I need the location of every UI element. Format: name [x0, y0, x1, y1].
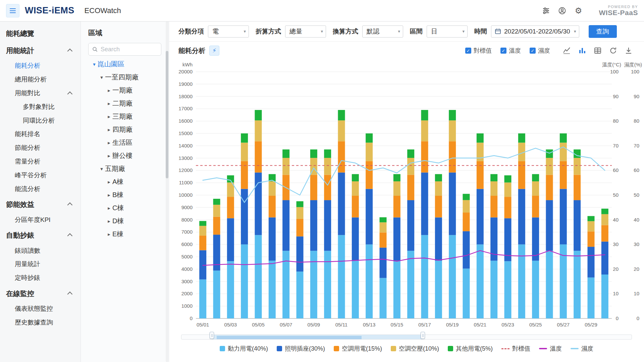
- tree-item-12[interactable]: ▸D棟: [81, 215, 169, 228]
- tree-item-1[interactable]: ▾一至四期廠: [81, 71, 169, 84]
- tree-item-label: 四期廠: [112, 125, 132, 134]
- legend-item-6[interactable]: 溫度: [539, 345, 562, 353]
- legend-item-5[interactable]: 對標值: [501, 345, 530, 353]
- data-zoom-track[interactable]: [181, 335, 632, 340]
- tree-expand-arrow-icon[interactable]: ▸: [106, 101, 112, 107]
- sidebar-item-6[interactable]: 同環比分析: [0, 114, 80, 128]
- tree-expand-arrow-icon[interactable]: ▸: [106, 218, 112, 224]
- sidebar-item-3[interactable]: 總用能分析: [0, 73, 80, 86]
- tree-item-3[interactable]: ▸二期廠: [81, 97, 169, 110]
- sidebar-item-13[interactable]: 分區年度KPI: [0, 213, 80, 227]
- tree-item-11[interactable]: ▸C棟: [81, 201, 169, 215]
- chart-header: 能耗分析 ⚡ ✓對標值✓溫度✓濕度: [169, 42, 644, 60]
- sidebar-item-12[interactable]: 節能效益: [0, 196, 80, 213]
- sidebar-item-label: 能流分析: [15, 185, 74, 193]
- toggle-2[interactable]: ✓濕度: [530, 47, 550, 55]
- download-icon[interactable]: [625, 47, 633, 55]
- tree-expand-arrow-icon[interactable]: ▸: [106, 205, 112, 211]
- data-table-icon[interactable]: [594, 47, 602, 55]
- data-zoom-left-handle[interactable]: [210, 332, 214, 339]
- tree-collapse-arrow-icon[interactable]: ▾: [98, 74, 105, 80]
- sidebar-item-4[interactable]: 用能對比: [0, 86, 80, 100]
- search-input[interactable]: [101, 46, 169, 53]
- svg-text:19000: 19000: [178, 81, 193, 87]
- sidebar-item-2[interactable]: 能耗分析: [0, 59, 80, 73]
- tree-item-5[interactable]: ▸四期廠: [81, 123, 169, 136]
- data-zoom-right-handle[interactable]: [421, 332, 425, 339]
- sidebar-item-9[interactable]: 需量分析: [0, 155, 80, 169]
- legend-item-2[interactable]: 空調用電(15%): [334, 345, 382, 353]
- data-zoom-slider[interactable]: [181, 333, 632, 341]
- adjust-sliders-icon[interactable]: [542, 6, 550, 15]
- date-range-picker[interactable]: 2022/05/01-2022/05/30 ▾: [491, 25, 579, 38]
- tree-collapse-arrow-icon[interactable]: ▾: [98, 166, 105, 172]
- sidebar-item-7[interactable]: 能耗排名: [0, 127, 80, 141]
- filter-select-3[interactable]: 日▾: [427, 25, 468, 38]
- tree-item-8[interactable]: ▾五期廠: [81, 162, 169, 175]
- line-chart-icon[interactable]: [563, 47, 571, 55]
- scrollbar-thumb[interactable]: [166, 51, 168, 178]
- tree-expand-arrow-icon[interactable]: ▸: [106, 87, 112, 94]
- sidebar-item-20[interactable]: 歷史數據查詢: [0, 316, 80, 329]
- filter-select-2[interactable]: 默認▾: [362, 25, 403, 38]
- tree-expand-arrow-icon[interactable]: ▸: [106, 179, 112, 185]
- tree-item-0[interactable]: ▾崑山園區: [81, 58, 169, 71]
- sidebar-item-label: 能耗總覽: [6, 29, 74, 38]
- filter-label-1: 折算方式: [256, 27, 281, 36]
- tree-expand-arrow-icon[interactable]: ▸: [106, 153, 112, 159]
- legend-item-7[interactable]: 濕度: [571, 345, 593, 353]
- toggle-1[interactable]: ✓溫度: [500, 47, 521, 55]
- sidebar-item-15[interactable]: 錶頭讀數: [0, 244, 80, 258]
- filter-select-0[interactable]: 電▾: [208, 25, 249, 38]
- svg-text:40: 40: [634, 217, 639, 223]
- sidebar-item-19[interactable]: 儀表狀態監控: [0, 302, 80, 316]
- user-icon[interactable]: [558, 6, 567, 15]
- legend-item-4[interactable]: 其他用電(5%): [448, 345, 493, 353]
- query-button[interactable]: 查詢: [589, 25, 617, 38]
- checkbox-checked-icon[interactable]: ✓: [530, 48, 536, 54]
- filter-select-1[interactable]: 總量▾: [285, 25, 326, 38]
- tree-item-10[interactable]: ▸B棟: [81, 188, 169, 201]
- sidebar-item-1[interactable]: 用能統計: [0, 42, 80, 59]
- checkbox-checked-icon[interactable]: ✓: [500, 48, 506, 54]
- sidebar-item-16[interactable]: 用量統計: [0, 257, 80, 271]
- tree-item-13[interactable]: ▸E棟: [81, 228, 169, 241]
- tree-item-label: 辦公樓: [112, 151, 132, 160]
- refresh-icon[interactable]: [609, 47, 617, 55]
- svg-text:10000: 10000: [178, 192, 193, 198]
- sidebar-item-5[interactable]: 多對象對比: [0, 100, 80, 114]
- settings-gear-icon[interactable]: ⚙: [574, 6, 583, 15]
- region-panel-title: 區域: [81, 21, 169, 40]
- hamburger-menu-icon[interactable]: [6, 4, 19, 17]
- tree-item-4[interactable]: ▸三期廠: [81, 110, 169, 123]
- sidebar-item-11[interactable]: 能流分析: [0, 182, 80, 196]
- sidebar-item-0[interactable]: 能耗總覽: [0, 25, 80, 42]
- svg-text:100: 100: [631, 69, 639, 74]
- bar-chart-icon[interactable]: [578, 47, 586, 55]
- sidebar-item-17[interactable]: 定時抄錶: [0, 271, 80, 285]
- tree-item-2[interactable]: ▸一期廠: [81, 84, 169, 97]
- scrollbar-track[interactable]: [166, 21, 168, 362]
- sidebar-item-14[interactable]: 自動抄錶: [0, 227, 80, 244]
- legend-item-1[interactable]: 照明插座(30%): [277, 345, 325, 353]
- toggle-0[interactable]: ✓對標值: [465, 47, 492, 55]
- tree-item-6[interactable]: ▸生活區: [81, 136, 169, 149]
- tree-expand-arrow-icon[interactable]: ▸: [106, 114, 112, 120]
- tree-expand-arrow-icon[interactable]: ▸: [106, 231, 112, 237]
- sidebar-item-18[interactable]: 在線監控: [0, 285, 80, 302]
- svg-text:5000: 5000: [181, 254, 193, 259]
- legend-item-3[interactable]: 空調空壓(10%): [391, 345, 439, 353]
- tree-item-9[interactable]: ▸A棟: [81, 175, 169, 188]
- tree-collapse-arrow-icon[interactable]: ▾: [91, 61, 98, 67]
- tree-item-7[interactable]: ▸辦公樓: [81, 149, 169, 162]
- svg-text:1000: 1000: [181, 303, 193, 309]
- legend-label: 濕度: [581, 345, 593, 353]
- sidebar-item-10[interactable]: 峰平谷分析: [0, 169, 80, 182]
- tree-expand-arrow-icon[interactable]: ▸: [106, 140, 112, 146]
- legend-item-0[interactable]: 動力用電(40%): [220, 345, 268, 353]
- sidebar-item-8[interactable]: 節能分析: [0, 141, 80, 155]
- tree-expand-arrow-icon[interactable]: ▸: [106, 192, 112, 198]
- app-shell: 能耗總覽用能統計能耗分析總用能分析用能對比多對象對比同環比分析能耗排名節能分析需…: [0, 21, 644, 362]
- tree-expand-arrow-icon[interactable]: ▸: [106, 127, 112, 133]
- checkbox-checked-icon[interactable]: ✓: [465, 48, 471, 54]
